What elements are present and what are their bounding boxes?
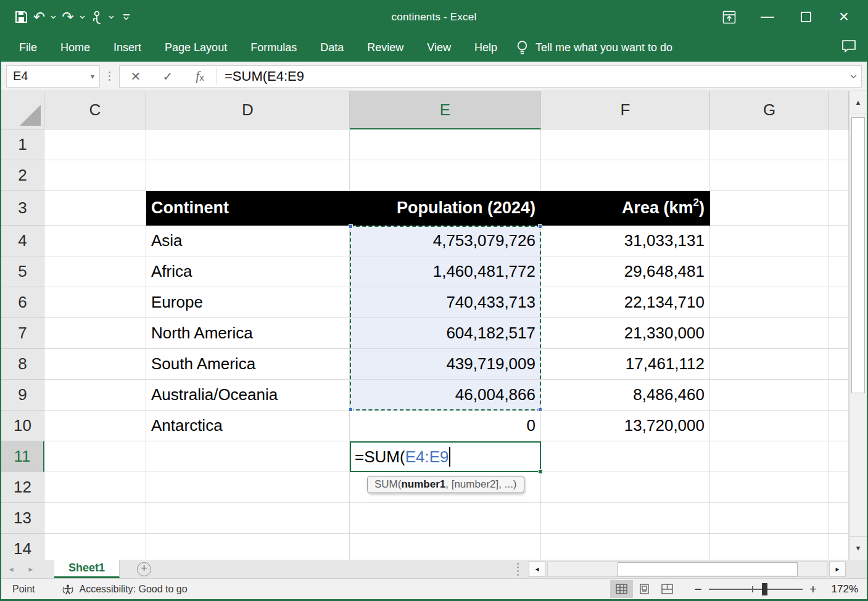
sheet-nav-left-icon[interactable]: ◂ bbox=[1, 564, 21, 574]
cell-F14[interactable] bbox=[541, 534, 710, 560]
cell-E10[interactable]: 0 bbox=[350, 411, 541, 441]
cell-C6[interactable] bbox=[44, 287, 146, 318]
column-header-G[interactable]: G bbox=[710, 91, 829, 129]
cell-F5[interactable]: 29,648,481 bbox=[541, 256, 710, 287]
row-header-6[interactable]: 6 bbox=[1, 287, 44, 318]
row-header-4[interactable]: 4 bbox=[1, 226, 44, 256]
cell-F7[interactable]: 21,330,000 bbox=[541, 318, 710, 349]
cell-F6[interactable]: 22,134,710 bbox=[541, 287, 710, 318]
touch-mode-dropdown-icon[interactable] bbox=[109, 14, 114, 20]
cell-C11[interactable] bbox=[44, 441, 146, 472]
normal-view-icon[interactable] bbox=[610, 580, 633, 598]
cell-F8[interactable]: 17,461,112 bbox=[541, 349, 710, 380]
cell-D3[interactable]: Continent bbox=[146, 191, 350, 226]
cell-G2[interactable] bbox=[710, 160, 829, 191]
ribbon-tab-insert[interactable]: Insert bbox=[102, 34, 153, 62]
cell-E3[interactable]: Population (2024) bbox=[350, 191, 541, 226]
row-header-12[interactable]: 12 bbox=[1, 472, 44, 503]
cell-G10[interactable] bbox=[710, 411, 829, 441]
name-box[interactable]: E4 ▾ bbox=[6, 65, 100, 88]
close-icon[interactable]: × bbox=[825, 4, 863, 31]
cell-G11[interactable] bbox=[710, 441, 829, 472]
vertical-scrollbar-thumb[interactable] bbox=[851, 117, 865, 393]
cell-G8[interactable] bbox=[710, 349, 829, 380]
cell-D11[interactable] bbox=[146, 441, 350, 472]
cell-C2[interactable] bbox=[44, 160, 146, 191]
undo-icon[interactable]: ↶ bbox=[33, 10, 45, 24]
cell-C9[interactable] bbox=[44, 380, 146, 411]
cell-E7[interactable]: 604,182,517 bbox=[350, 318, 541, 349]
ribbon-tab-formulas[interactable]: Formulas bbox=[239, 34, 308, 62]
tab-splitter-icon[interactable] bbox=[517, 563, 519, 576]
sheet-tab-sheet1[interactable]: Sheet1 bbox=[54, 560, 120, 578]
select-all-button[interactable] bbox=[1, 91, 44, 129]
cell-F13[interactable] bbox=[541, 503, 710, 534]
formula-bar-splitter[interactable] bbox=[109, 72, 110, 81]
cell-G5[interactable] bbox=[710, 256, 829, 287]
cell-G1[interactable] bbox=[710, 129, 829, 160]
tell-me-box[interactable]: Tell me what you want to do bbox=[516, 40, 672, 56]
cell-G12[interactable] bbox=[710, 472, 829, 503]
cell-D14[interactable] bbox=[146, 534, 350, 560]
maximize-icon[interactable] bbox=[787, 4, 825, 31]
row-header-5[interactable]: 5 bbox=[1, 256, 44, 287]
cell-E13[interactable] bbox=[350, 503, 541, 534]
cell-F12[interactable] bbox=[541, 472, 710, 503]
sheet-nav-right-icon[interactable]: ▸ bbox=[21, 564, 41, 574]
zoom-slider-thumb[interactable] bbox=[762, 583, 767, 595]
name-box-dropdown-icon[interactable]: ▾ bbox=[91, 72, 94, 81]
cell-C8[interactable] bbox=[44, 349, 146, 380]
cell-F10[interactable]: 13,720,000 bbox=[541, 411, 710, 441]
row-header-8[interactable]: 8 bbox=[1, 349, 44, 380]
enter-icon[interactable]: ✓ bbox=[152, 66, 184, 87]
cell-C7[interactable] bbox=[44, 318, 146, 349]
cell-G13[interactable] bbox=[710, 503, 829, 534]
cell-G6[interactable] bbox=[710, 287, 829, 318]
row-header-10[interactable]: 10 bbox=[1, 411, 44, 441]
cell-C1[interactable] bbox=[44, 129, 146, 160]
ribbon-tab-view[interactable]: View bbox=[415, 34, 463, 62]
cell-C13[interactable] bbox=[44, 503, 146, 534]
hscroll-right-icon[interactable]: ▸ bbox=[829, 562, 846, 577]
save-icon[interactable] bbox=[15, 10, 28, 23]
cell-F1[interactable] bbox=[541, 129, 710, 160]
row-header-1[interactable]: 1 bbox=[1, 129, 44, 160]
row-header-2[interactable]: 2 bbox=[1, 160, 44, 191]
vertical-scrollbar[interactable]: ▲ ▼ bbox=[849, 91, 867, 560]
ribbon-display-options-icon[interactable] bbox=[710, 4, 748, 31]
scroll-down-icon[interactable]: ▼ bbox=[849, 536, 867, 558]
cell-D13[interactable] bbox=[146, 503, 350, 534]
cell-E9[interactable]: 46,004,866 bbox=[350, 380, 541, 411]
minimize-icon[interactable] bbox=[748, 4, 787, 31]
touch-mouse-mode-icon[interactable] bbox=[91, 10, 103, 24]
ribbon-tab-home[interactable]: Home bbox=[49, 34, 102, 62]
cell-D10[interactable]: Antarctica bbox=[146, 411, 350, 441]
row-header-11[interactable]: 11 bbox=[1, 441, 44, 472]
zoom-in-icon[interactable]: + bbox=[803, 582, 824, 597]
cell-F11[interactable] bbox=[541, 441, 710, 472]
redo-icon[interactable]: ↷ bbox=[62, 10, 73, 24]
cell-F4[interactable]: 31,033,131 bbox=[541, 226, 710, 256]
cell-E5[interactable]: 1,460,481,772 bbox=[350, 256, 541, 287]
cell-D1[interactable] bbox=[146, 129, 350, 160]
redo-dropdown-icon[interactable] bbox=[80, 14, 85, 20]
cell-C14[interactable] bbox=[44, 534, 146, 560]
cell-E14[interactable] bbox=[350, 534, 541, 560]
column-header-E[interactable]: E bbox=[350, 91, 541, 129]
ribbon-tab-file[interactable]: File bbox=[7, 34, 49, 62]
cell-F3[interactable]: Area (km2) bbox=[541, 191, 710, 226]
cell-F9[interactable]: 8,486,460 bbox=[541, 380, 710, 411]
undo-dropdown-icon[interactable] bbox=[51, 14, 56, 20]
cell-E6[interactable]: 740,433,713 bbox=[350, 287, 541, 318]
cell-E8[interactable]: 439,719,009 bbox=[350, 349, 541, 380]
cell-C3[interactable] bbox=[44, 191, 146, 226]
ribbon-tab-help[interactable]: Help bbox=[463, 34, 509, 62]
insert-function-icon[interactable]: fx bbox=[184, 66, 216, 87]
page-layout-view-icon[interactable] bbox=[633, 580, 656, 598]
cell-D5[interactable]: Africa bbox=[146, 256, 350, 287]
page-break-preview-icon[interactable] bbox=[656, 580, 679, 598]
cell-G7[interactable] bbox=[710, 318, 829, 349]
scroll-up-icon[interactable]: ▲ bbox=[849, 91, 867, 113]
cell-G14[interactable] bbox=[710, 534, 829, 560]
cell-E4[interactable]: 4,753,079,726 bbox=[350, 226, 541, 256]
